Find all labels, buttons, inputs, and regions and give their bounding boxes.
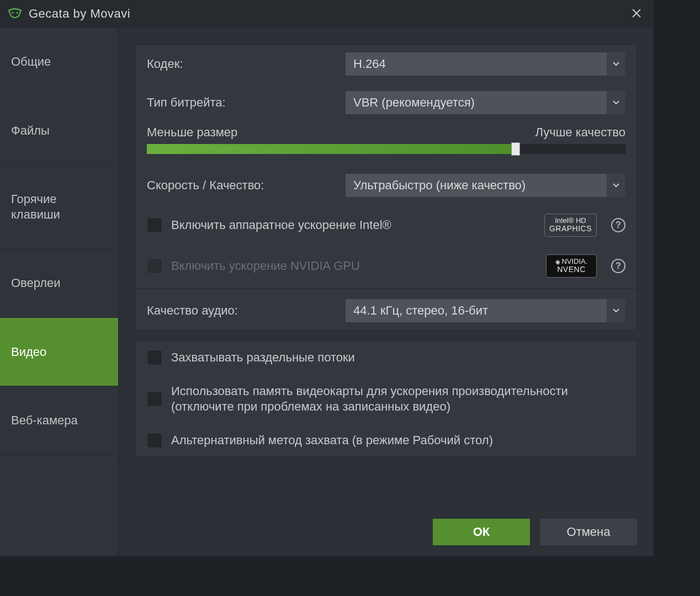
quality-slider[interactable] — [147, 144, 625, 154]
sidebar-item-label: Горячие клавиши — [11, 192, 60, 221]
codec-label: Кодек: — [147, 57, 346, 71]
intel-help-icon[interactable]: ? — [611, 218, 625, 232]
gpu-memory-checkbox[interactable] — [147, 391, 162, 407]
window-title: Gecata by Movavi — [29, 7, 130, 21]
sidebar-item-overlays[interactable]: Оверлеи — [0, 249, 118, 318]
sidebar-item-webcam[interactable]: Веб-камера — [0, 386, 118, 455]
bitrate-type-select[interactable]: VBR (рекомендуется) — [346, 91, 625, 114]
chevron-down-icon — [607, 91, 625, 114]
bitrate-type-value: VBR (рекомендуется) — [353, 95, 475, 110]
codec-select[interactable]: H.264 — [346, 52, 625, 76]
speed-quality-value: Ультрабыстро (ниже качество) — [353, 178, 526, 193]
video-encoding-panel: Кодек: H.264 Тип битрейта: VBR (рекоменд… — [135, 44, 637, 331]
alt-capture-checkbox[interactable] — [147, 433, 162, 448]
svg-point-0 — [12, 12, 14, 14]
audio-quality-select[interactable]: 44.1 кГц, стерео, 16-бит — [346, 299, 625, 322]
intel-hw-checkbox[interactable] — [147, 217, 162, 233]
audio-quality-value: 44.1 кГц, стерео, 16-бит — [353, 304, 488, 318]
capture-options-panel: Захватывать раздельные потоки Использова… — [135, 340, 637, 457]
intel-hw-label: Включить аппаратное ускорение Intel® — [171, 217, 535, 233]
speed-quality-select[interactable]: Ультрабыстро (ниже качество) — [346, 174, 625, 197]
sidebar-item-general[interactable]: Общие — [0, 28, 118, 97]
nvidia-hw-checkbox — [147, 258, 162, 274]
sidebar-item-label: Файлы — [11, 124, 50, 137]
nvidia-badge: ◉ NVIDIA. NVENC — [546, 254, 597, 278]
cancel-button[interactable]: Отмена — [540, 519, 637, 545]
dialog-footer: ОК Отмена — [135, 508, 637, 545]
chevron-down-icon — [607, 299, 625, 322]
sidebar-item-label: Оверлеи — [11, 276, 61, 290]
sidebar-item-hotkeys[interactable]: Горячие клавиши — [0, 165, 118, 249]
nvidia-help-icon[interactable]: ? — [611, 259, 625, 273]
settings-content: Кодек: H.264 Тип битрейта: VBR (рекоменд… — [119, 28, 654, 556]
speed-quality-label: Скорость / Качество: — [147, 178, 346, 193]
gpu-memory-label: Использовать память видеокарты для ускор… — [171, 384, 625, 415]
app-logo-icon — [8, 8, 22, 19]
sidebar-item-video[interactable]: Видео — [0, 318, 118, 387]
alt-capture-label: Альтернативный метод захвата (в режиме Р… — [171, 433, 625, 449]
slider-thumb[interactable] — [511, 142, 520, 156]
slider-fill — [147, 144, 516, 154]
sidebar-item-label: Общие — [11, 55, 51, 68]
chevron-down-icon — [607, 52, 625, 76]
intel-badge: Intel® HD GRAPHICS — [544, 214, 597, 237]
audio-quality-label: Качество аудио: — [147, 304, 346, 318]
close-icon — [632, 8, 641, 18]
sidebar-item-label: Видео — [11, 345, 46, 359]
separate-streams-label: Захватывать раздельные потоки — [171, 350, 625, 366]
nvidia-hw-label: Включить ускорение NVIDIA GPU — [171, 258, 537, 274]
svg-point-1 — [17, 12, 18, 14]
separate-streams-checkbox[interactable] — [147, 350, 162, 365]
ok-button[interactable]: ОК — [433, 519, 530, 545]
chevron-down-icon — [607, 174, 625, 197]
slider-left-label: Меньше размер — [147, 125, 237, 140]
slider-right-label: Лучше качество — [535, 125, 625, 140]
settings-sidebar: Общие Файлы Горячие клавиши Оверлеи Виде… — [0, 28, 119, 556]
titlebar: Gecata by Movavi — [0, 0, 654, 28]
sidebar-item-label: Веб-камера — [11, 413, 78, 427]
close-button[interactable] — [627, 4, 646, 24]
bitrate-type-label: Тип битрейта: — [147, 95, 346, 110]
codec-value: H.264 — [353, 57, 386, 71]
sidebar-item-files[interactable]: Файлы — [0, 97, 118, 166]
